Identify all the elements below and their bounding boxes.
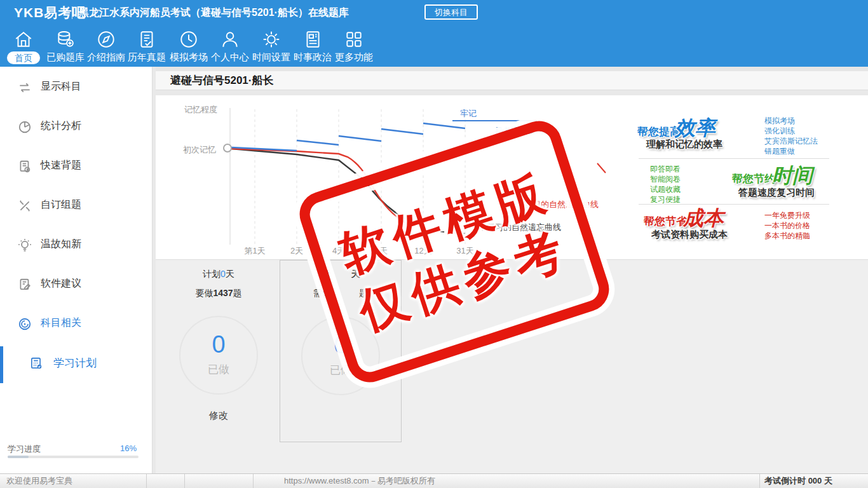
- exam-countdown: 考试倒计时 000 天: [764, 474, 832, 488]
- chart-ylabel: 记忆程度: [184, 105, 217, 114]
- app-logo: YKB易考吧: [14, 0, 86, 25]
- first-memory-marker: [224, 144, 231, 152]
- study-progress-bar: [8, 456, 139, 458]
- promo-title-prefix: 帮您节省: [644, 214, 687, 229]
- swap-arrows-icon: [18, 81, 32, 95]
- done-count-label: 已做: [180, 362, 257, 377]
- exam-title: 黑龙江水系内河船员考试（避碰与信号5201·船长）在线题库: [79, 0, 349, 25]
- toolbar-item-more[interactable]: 更多功能: [334, 29, 374, 65]
- checklist-icon: [137, 29, 157, 50]
- grid-icon: [344, 29, 364, 50]
- toolbar-item-past-papers[interactable]: 历年真题: [126, 29, 167, 65]
- promo-subtitle: 理解和记忆的效率: [646, 139, 722, 151]
- toolbar-item-guide[interactable]: 介绍指南: [86, 29, 126, 65]
- pie-chart-icon: [18, 120, 32, 134]
- toolbar-item-time-settings[interactable]: 时间设置: [251, 29, 292, 65]
- chart-first-memory-label: 初次记忆: [183, 145, 216, 154]
- promo-list-blue: 模拟考场强化训练 艾宾浩斯记忆法错题重做: [764, 116, 818, 156]
- done-count-circle: 0 已做: [179, 316, 258, 395]
- mastered-label: 牢记: [460, 109, 477, 118]
- switch-subject-button[interactable]: 切换科目: [424, 4, 478, 20]
- study-progress-value: 16%: [120, 444, 137, 453]
- sidebar-item-subject-related[interactable]: 科目相关: [0, 309, 153, 339]
- copyright-text: https://www.etest8.com－易考吧版权所有: [284, 474, 435, 488]
- sidebar-item-study-plan[interactable]: 学习计划: [0, 348, 153, 379]
- toolbar-label: 模拟考场: [168, 51, 209, 64]
- app-window: YKB易考吧 黑龙江水系内河船员考试（避碰与信号5201·船长）在线题库 切换科…: [0, 0, 868, 488]
- home-icon: [13, 29, 34, 50]
- header-bar: YKB易考吧 黑龙江水系内河船员考试（避碰与信号5201·船长）在线题库 切换科…: [0, 0, 868, 25]
- toolbar-label: 个人中心: [210, 51, 250, 64]
- sidebar-item-statistics[interactable]: 统计分析: [0, 112, 153, 142]
- content-top-strip: [156, 67, 868, 71]
- promo-title-big: 时间: [772, 162, 813, 190]
- sidebar-item-software-feedback[interactable]: 软件建议: [0, 269, 153, 300]
- person-icon: [220, 29, 240, 50]
- svg-text:第1天: 第1天: [244, 246, 265, 255]
- subject-title: 避碰与信号5201·船长: [170, 71, 273, 90]
- promo-divider: [639, 204, 829, 205]
- toolbar-item-mock-exam[interactable]: 模拟考场: [168, 29, 209, 65]
- clock-icon: [179, 29, 199, 50]
- sidebar-item-label: 学习计划: [53, 356, 97, 370]
- sidebar-item-review-old[interactable]: 温故知新: [0, 230, 153, 261]
- promo-title-prefix: 帮您提高: [637, 125, 681, 139]
- status-bar: 欢迎使用易考宝典 https://www.etest8.com－易考吧版权所有 …: [0, 473, 868, 488]
- subject-disc-icon: [18, 317, 32, 331]
- header-divider: [72, 6, 72, 19]
- toolbar-label: 首页: [7, 51, 40, 64]
- status-divider: [184, 474, 185, 488]
- news-icon: [302, 29, 323, 50]
- subject-title-bar: 避碰与信号5201·船长: [156, 71, 868, 90]
- tools-icon: [18, 199, 32, 213]
- sidebar-item-custom-quiz[interactable]: 自订组题: [0, 191, 153, 221]
- sidebar-item-label: 显示科目: [41, 80, 81, 93]
- sidebar: 显示科目 统计分析 快速背题 自订组题 温故知新 软件建议 科目相关 学习计划: [0, 67, 153, 473]
- sidebar-item-label: 统计分析: [41, 119, 81, 133]
- toolbar: 首页 已购题库 介绍指南 历年真题 模拟考场 个人中心 时间设置 时事政治: [0, 25, 868, 67]
- toolbar-label: 更多功能: [334, 51, 374, 64]
- countdown-value: 000: [808, 476, 822, 485]
- sidebar-item-label: 快速背题: [41, 159, 81, 172]
- status-divider: [759, 474, 760, 488]
- promo-list-red: 一年免费升级一本书的价格 多本书的精髓: [764, 210, 810, 241]
- promo-list-green: 即答即看智能阅卷 试题收藏复习便捷: [650, 164, 681, 205]
- toolbar-item-current-affairs[interactable]: 时事政治: [292, 29, 333, 65]
- flash-doc-icon: [18, 159, 32, 173]
- toolbar-label: 已购题库: [45, 51, 86, 64]
- status-divider: [253, 474, 254, 488]
- toolbar-label: 历年真题: [126, 51, 167, 64]
- sidebar-item-label: 软件建议: [41, 277, 81, 290]
- toolbar-label: 时事政治: [292, 51, 333, 64]
- toolbar-label: 介绍指南: [86, 51, 126, 64]
- sidebar-item-label: 自订组题: [41, 198, 81, 212]
- status-divider: [146, 474, 147, 488]
- toolbar-label: 时间设置: [251, 51, 292, 64]
- promo-divider: [639, 158, 829, 159]
- plan-total-line: 要做1437题: [159, 288, 278, 299]
- sidebar-item-show-subjects[interactable]: 显示科目: [0, 72, 153, 103]
- promo-title-prefix: 帮您节约: [732, 172, 775, 186]
- promo-subtitle: 答题速度复习时间: [738, 187, 815, 199]
- study-progress-fill: [8, 456, 29, 458]
- done-count-value: 0: [180, 331, 257, 358]
- svg-text:2天: 2天: [290, 246, 303, 255]
- promo-subtitle: 考试资料购买成本: [651, 229, 728, 241]
- compass-icon: [96, 29, 116, 50]
- feedback-doc-icon: [18, 278, 32, 292]
- plan-card-today: 计划0天 要做1437题 0 已做 修改: [159, 260, 278, 442]
- study-plan-icon: [29, 356, 43, 370]
- modify-plan-link[interactable]: 修改: [159, 410, 278, 422]
- toolbar-item-personal-center[interactable]: 个人中心: [210, 29, 250, 65]
- reviewed-forget-leader: [597, 163, 606, 173]
- study-progress-label: 学习进度: [8, 444, 41, 455]
- toolbar-item-home[interactable]: 首页: [3, 29, 44, 65]
- welcome-text: 欢迎使用易考宝典: [6, 474, 72, 488]
- database-icon: [55, 29, 76, 50]
- sidebar-item-quick-memorize[interactable]: 快速背题: [0, 151, 153, 182]
- plan-days-line: 计划0天: [159, 269, 278, 280]
- toolbar-item-question-bank[interactable]: 已购题库: [45, 29, 86, 65]
- active-item-indicator: [0, 346, 3, 383]
- gear-icon: [261, 29, 281, 50]
- sidebar-item-label: 科目相关: [41, 316, 81, 330]
